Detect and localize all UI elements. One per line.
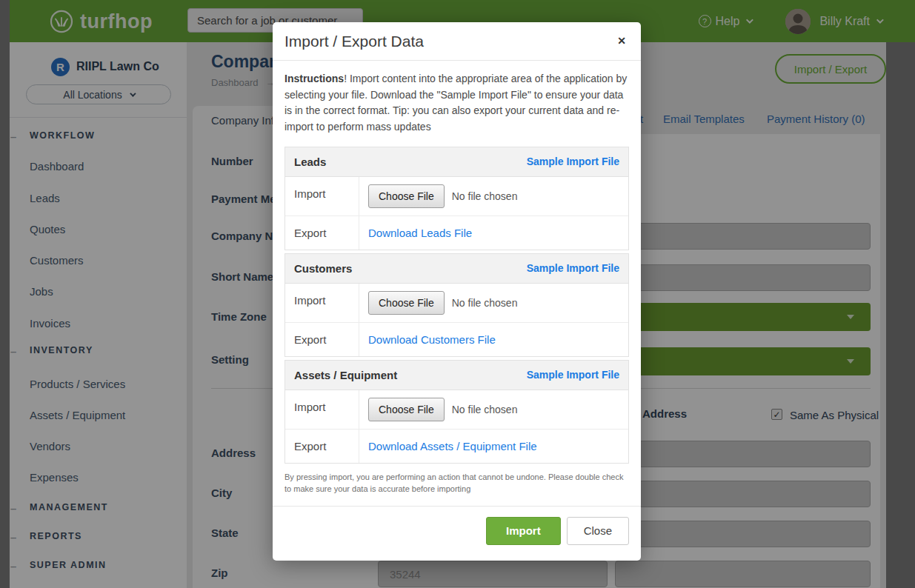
no-file-chosen-text: No file chosen bbox=[452, 297, 518, 309]
modal-title: Import / Export Data bbox=[285, 33, 424, 50]
import-row-label: Import bbox=[285, 177, 359, 216]
import-export-modal: Import / Export Data ✕ Instructions! Imp… bbox=[273, 22, 641, 561]
customers-sample-import-link[interactable]: Sample Import File bbox=[527, 262, 619, 274]
instructions-lead: Instructions bbox=[285, 73, 344, 84]
no-file-chosen-text: No file chosen bbox=[452, 404, 518, 415]
customers-choose-file-button[interactable]: Choose File bbox=[368, 291, 445, 315]
import-button[interactable]: Import bbox=[486, 517, 561, 545]
modal-warning-text: By pressing import, you are performing a… bbox=[285, 471, 629, 495]
no-file-chosen-text: No file chosen bbox=[452, 190, 518, 202]
download-leads-link[interactable]: Download Leads File bbox=[368, 227, 472, 239]
import-row-label: Import bbox=[285, 284, 359, 322]
section-name: Assets / Equipment bbox=[294, 369, 397, 381]
export-row-label: Export bbox=[285, 216, 359, 250]
export-row-label: Export bbox=[285, 323, 359, 356]
leads-choose-file-button[interactable]: Choose File bbox=[368, 184, 445, 208]
close-button[interactable]: Close bbox=[567, 517, 629, 545]
assets-equipment-section: Assets / Equipment Sample Import File Im… bbox=[285, 360, 629, 464]
app-screen: turfhop ? Help Billy Kraft bbox=[0, 0, 915, 588]
download-customers-link[interactable]: Download Customers File bbox=[368, 333, 496, 346]
section-name: Leads bbox=[294, 156, 326, 168]
import-row-label: Import bbox=[285, 390, 359, 429]
modal-header-divider bbox=[273, 60, 641, 61]
leads-section: Leads Sample Import File Import Choose F… bbox=[285, 147, 629, 250]
customers-section: Customers Sample Import File Import Choo… bbox=[285, 253, 629, 357]
download-assets-link[interactable]: Download Assets / Equipment File bbox=[368, 440, 537, 452]
modal-instructions: Instructions! Import content into the ap… bbox=[285, 71, 629, 136]
export-row-label: Export bbox=[285, 430, 359, 463]
close-icon[interactable]: ✕ bbox=[614, 33, 629, 49]
leads-sample-import-link[interactable]: Sample Import File bbox=[527, 156, 619, 167]
section-name: Customers bbox=[294, 262, 352, 275]
assets-sample-import-link[interactable]: Sample Import File bbox=[527, 369, 619, 381]
assets-choose-file-button[interactable]: Choose File bbox=[368, 398, 445, 421]
